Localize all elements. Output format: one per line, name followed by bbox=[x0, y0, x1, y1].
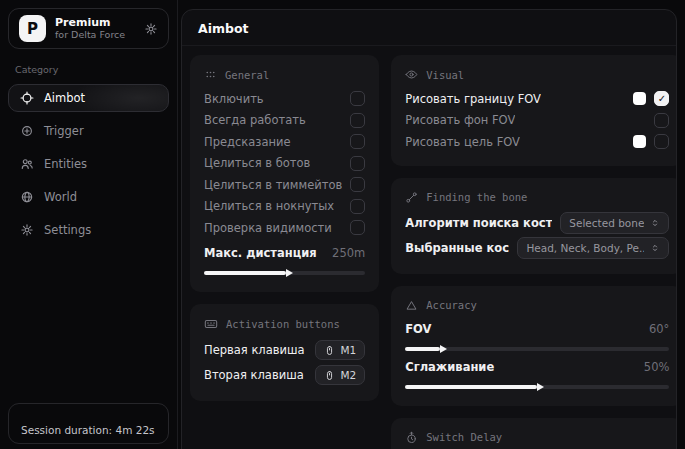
slider-label-row: Сглаживание 50% bbox=[405, 357, 669, 379]
setting-label: Включить bbox=[204, 92, 264, 106]
keybind-row: Первая клавиша M1 bbox=[204, 338, 365, 363]
brand-text: Premium for Delta Force bbox=[55, 16, 125, 42]
session-duration-card: Session duration: 4m 22s bbox=[8, 403, 169, 444]
setting-row: Целиться в ботов bbox=[204, 153, 365, 175]
sidebar-item-settings[interactable]: Settings bbox=[8, 216, 169, 244]
keybind-button[interactable]: M2 bbox=[315, 365, 365, 385]
grip-icon bbox=[204, 68, 217, 81]
page-title: Aimbot bbox=[182, 10, 676, 46]
brand-logo: P bbox=[19, 15, 46, 42]
bone-algorithm-select[interactable]: Selected bone bbox=[560, 212, 669, 234]
keybind-button[interactable]: M1 bbox=[315, 340, 365, 360]
smoothing-slider[interactable] bbox=[405, 385, 669, 389]
panel-title: Finding the bone bbox=[426, 191, 527, 203]
color-swatch[interactable] bbox=[633, 92, 646, 105]
brand-card: P Premium for Delta Force bbox=[8, 8, 169, 49]
globe-icon bbox=[20, 190, 34, 204]
select-label: Выбранные кос bbox=[405, 241, 509, 255]
right-column: Visual Рисовать границу FOV Рисовать фон… bbox=[391, 55, 677, 449]
max-distance-slider[interactable] bbox=[204, 271, 365, 275]
triangle-icon bbox=[405, 299, 418, 312]
panel-general: General Включить Всегда работать Предска… bbox=[190, 55, 379, 292]
slider-fill bbox=[405, 347, 439, 351]
checkbox[interactable] bbox=[654, 91, 669, 106]
keybind-row: Вторая клавиша M2 bbox=[204, 363, 365, 388]
select-label: Алгоритм поиска кост bbox=[405, 216, 552, 230]
setting-label: Предсказание bbox=[204, 135, 291, 149]
panel-general-header: General bbox=[204, 64, 365, 88]
sidebar-item-label: Aimbot bbox=[44, 91, 85, 105]
panel-accuracy-header: Accuracy bbox=[405, 295, 669, 319]
checkbox[interactable] bbox=[654, 113, 669, 128]
sidebar-item-aimbot[interactable]: Aimbot bbox=[8, 84, 169, 112]
sidebar-item-entities[interactable]: Entities bbox=[8, 150, 169, 178]
setting-label: Всегда работать bbox=[204, 113, 306, 127]
slider-label-row: FOV 60° bbox=[405, 319, 669, 341]
select-value: Selected bone bbox=[569, 217, 644, 229]
setting-row: Рисовать границу FOV bbox=[405, 88, 669, 110]
color-swatch[interactable] bbox=[633, 135, 646, 148]
setting-label: Целиться в нокнутых bbox=[204, 199, 334, 213]
checkbox[interactable] bbox=[350, 113, 365, 128]
slider-thumb[interactable] bbox=[537, 383, 544, 391]
setting-label: Рисовать границу FOV bbox=[405, 92, 541, 106]
panel-switch-delay-header: Switch Delay bbox=[405, 427, 669, 449]
checkbox[interactable] bbox=[350, 220, 365, 235]
panel-visual-header: Visual bbox=[405, 64, 669, 88]
slider-value: 250m bbox=[332, 246, 365, 260]
slider-value: 50% bbox=[644, 360, 670, 374]
slider-label: Сглаживание bbox=[405, 360, 494, 374]
setting-label: Проверка видимости bbox=[204, 221, 332, 235]
main-content: Aimbot General Включить Всегда работать … bbox=[181, 9, 677, 449]
panel-visual: Visual Рисовать границу FOV Рисовать фон… bbox=[391, 55, 677, 166]
keyboard-icon bbox=[204, 317, 218, 331]
checkbox[interactable] bbox=[350, 199, 365, 214]
setting-label: Рисовать фон FOV bbox=[405, 113, 515, 127]
slider-fill bbox=[405, 385, 537, 389]
checkbox[interactable] bbox=[350, 134, 365, 149]
gear-icon[interactable] bbox=[144, 22, 158, 36]
panel-title: Activation buttons bbox=[226, 318, 340, 330]
setting-row: Целиться в тиммейтов bbox=[204, 174, 365, 196]
panel-title: Switch Delay bbox=[426, 431, 502, 443]
sidebar-item-label: Entities bbox=[44, 157, 87, 171]
panel-accuracy: Accuracy FOV 60° Сглаживание 50% bbox=[391, 286, 677, 406]
checkbox[interactable] bbox=[350, 91, 365, 106]
clock-arrow-icon bbox=[405, 431, 418, 444]
brand-subtitle: for Delta Force bbox=[55, 29, 125, 41]
slider-label: FOV bbox=[405, 322, 431, 336]
keybind-key: M1 bbox=[340, 344, 356, 356]
checkbox[interactable] bbox=[350, 156, 365, 171]
sidebar-item-trigger[interactable]: Trigger bbox=[8, 117, 169, 145]
selected-bones-select[interactable]: Head, Neck, Body, Pe... bbox=[517, 237, 669, 259]
select-row: Выбранные кос Head, Neck, Body, Pe... bbox=[405, 236, 669, 261]
fov-slider[interactable] bbox=[405, 347, 669, 351]
brand-title: Premium bbox=[55, 16, 125, 30]
slider-thumb[interactable] bbox=[286, 269, 293, 277]
setting-row: Предсказание bbox=[204, 131, 365, 153]
keybind-label: Вторая клавиша bbox=[204, 368, 304, 382]
slider-fill bbox=[204, 271, 286, 275]
setting-row: Включить bbox=[204, 88, 365, 110]
panel-columns: General Включить Всегда работать Предска… bbox=[182, 46, 676, 449]
setting-label: Рисовать цель FOV bbox=[405, 135, 520, 149]
setting-label: Целиться в тиммейтов bbox=[204, 178, 342, 192]
users-icon bbox=[20, 157, 34, 171]
checkbox[interactable] bbox=[350, 177, 365, 192]
panel-activation-buttons: Activation buttons Первая клавиша M1 Вто… bbox=[190, 304, 379, 401]
panel-bone-header: Finding the bone bbox=[405, 187, 669, 211]
sidebar-item-label: Trigger bbox=[44, 124, 84, 138]
keybind-label: Первая клавиша bbox=[204, 343, 305, 357]
setting-row: Проверка видимости bbox=[204, 217, 365, 239]
panel-activation-header: Activation buttons bbox=[204, 313, 365, 338]
setting-row: Целиться в нокнутых bbox=[204, 196, 365, 218]
target-plus-icon bbox=[20, 124, 34, 138]
sidebar-item-world[interactable]: World bbox=[8, 183, 169, 211]
slider-value: 60° bbox=[649, 322, 669, 336]
left-column: General Включить Всегда работать Предска… bbox=[190, 55, 379, 401]
session-duration-text: Session duration: 4m 22s bbox=[21, 424, 155, 436]
sidebar-item-label: World bbox=[44, 190, 77, 204]
checkbox[interactable] bbox=[654, 134, 669, 149]
keybind-key: M2 bbox=[340, 369, 356, 381]
slider-thumb[interactable] bbox=[440, 345, 447, 353]
